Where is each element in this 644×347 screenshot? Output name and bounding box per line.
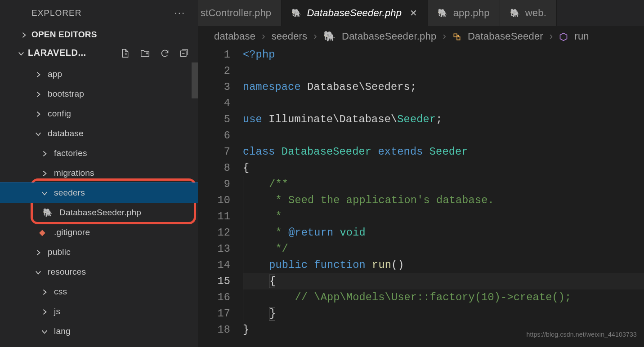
tree-item-label: DatabaseSeeder.php: [59, 208, 141, 218]
editor-tab-web-[interactable]: 🐘web.: [500, 0, 557, 26]
refresh-icon[interactable]: [160, 48, 170, 58]
breadcrumb-item[interactable]: run: [574, 31, 589, 42]
breadcrumb-item[interactable]: database: [214, 31, 255, 42]
tree-folder-seeders[interactable]: seeders: [0, 183, 198, 203]
explorer-sidebar: EXPLORER ··· OPEN EDITORS LARAVELD...: [0, 0, 198, 347]
breadcrumb-separator-icon: ›: [550, 31, 553, 42]
tab-label: DatabaseSeeder.php: [307, 7, 402, 19]
line-number: 16: [198, 289, 230, 306]
tree-item-label: factories: [54, 148, 87, 158]
chevron-right-icon: [41, 307, 48, 316]
line-number: 4: [198, 95, 230, 111]
php-icon: 🐘: [291, 8, 301, 18]
chevron-down-icon: [18, 48, 24, 58]
code-line[interactable]: */: [243, 241, 644, 257]
breadcrumb-item[interactable]: seeders: [272, 31, 308, 42]
line-number: 14: [198, 257, 230, 273]
tree-item-label: seeders: [54, 188, 85, 198]
tree-file-.gitignore[interactable]: ◆.gitignore: [0, 222, 198, 242]
editor-area: stController.php🐘DatabaseSeeder.php✕🐘app…: [198, 0, 644, 347]
line-number: 2: [198, 63, 230, 79]
new-file-icon[interactable]: [121, 48, 130, 58]
tree-folder-public[interactable]: public: [0, 242, 198, 262]
line-number: 11: [198, 209, 230, 225]
chevron-right-icon: [41, 287, 48, 297]
close-icon[interactable]: ✕: [410, 8, 417, 18]
editor-tab-app-php[interactable]: 🐘app.php: [428, 0, 500, 26]
tree-file-DatabaseSeeder.php[interactable]: 🐘DatabaseSeeder.php: [0, 203, 198, 222]
code-content[interactable]: <?php namespace Database\Seeders; use Il…: [243, 47, 644, 347]
code-line[interactable]: {: [243, 160, 644, 176]
tree-folder-resources[interactable]: resources: [0, 262, 198, 282]
tree-folder-lang[interactable]: lang: [0, 321, 198, 341]
code-line[interactable]: // \App\Models\User::factory(10)->create…: [243, 289, 644, 306]
line-number-gutter: 123456789101112131415161718: [198, 47, 243, 347]
tree-item-label: .gitignore: [54, 227, 90, 237]
tree-folder-config[interactable]: config: [0, 104, 198, 124]
chevron-down-icon: [41, 188, 48, 198]
breadcrumb-separator-icon: ›: [313, 31, 317, 42]
code-area[interactable]: 123456789101112131415161718 <?php namesp…: [198, 47, 644, 347]
code-line[interactable]: use Illuminate\Database\Seeder;: [243, 111, 644, 128]
code-line[interactable]: *: [243, 209, 644, 225]
breadcrumb-item[interactable]: DatabaseSeeder: [468, 31, 543, 42]
line-number: 8: [198, 160, 230, 176]
code-line[interactable]: [243, 95, 644, 111]
line-number: 6: [198, 128, 230, 144]
breadcrumbs[interactable]: database›seeders›🐘DatabaseSeeder.php›Dat…: [198, 26, 644, 47]
workspace-name: LARAVELD...: [28, 48, 86, 58]
code-line[interactable]: [243, 63, 644, 79]
tree-folder-app[interactable]: app: [0, 64, 198, 84]
explorer-header: EXPLORER ···: [0, 0, 198, 26]
code-line[interactable]: * @return void: [243, 225, 644, 241]
code-line[interactable]: /**: [243, 176, 644, 192]
explorer-more-icon[interactable]: ···: [174, 7, 185, 19]
chevron-down-icon: [41, 326, 48, 336]
code-line[interactable]: <?php: [243, 47, 644, 63]
code-line[interactable]: {: [243, 273, 644, 289]
line-number: 17: [198, 306, 230, 322]
tree-folder-database[interactable]: database: [0, 124, 198, 143]
chevron-down-icon: [35, 129, 41, 138]
php-icon: 🐘: [43, 208, 53, 217]
code-line[interactable]: * Seed the application's database.: [243, 192, 644, 209]
tree-item-label: migrations: [54, 168, 94, 178]
tree-folder-migrations[interactable]: migrations: [0, 163, 198, 183]
breadcrumb-separator-icon: ›: [262, 31, 265, 42]
tree-folder-css[interactable]: css: [0, 282, 198, 302]
chevron-right-icon: [35, 89, 41, 99]
tree-item-label: lang: [54, 326, 71, 336]
line-number: 1: [198, 47, 230, 63]
line-number: 12: [198, 225, 230, 241]
file-tree: appbootstrapconfigdatabasefactoriesmigra…: [0, 62, 198, 347]
code-line[interactable]: class DatabaseSeeder extends Seeder: [243, 144, 644, 160]
tree-folder-factories[interactable]: factories: [0, 143, 198, 163]
workspace-folder-header[interactable]: LARAVELD...: [0, 43, 198, 62]
open-editors-section[interactable]: OPEN EDITORS: [0, 26, 198, 43]
line-number: 13: [198, 241, 230, 257]
svg-rect-2: [457, 37, 460, 40]
tree-item-label: bootstrap: [48, 89, 84, 99]
tree-folder-bootstrap[interactable]: bootstrap: [0, 84, 198, 104]
editor-tab-stController-php[interactable]: stController.php: [198, 0, 282, 26]
tree-item-label: css: [54, 287, 67, 297]
code-line[interactable]: [243, 128, 644, 144]
code-line[interactable]: public function run(): [243, 257, 644, 273]
tab-label: web.: [525, 7, 546, 19]
method-icon: [559, 31, 568, 42]
collapse-all-icon[interactable]: [179, 48, 189, 58]
tree-item-label: database: [48, 129, 84, 138]
chevron-right-icon: [41, 168, 48, 178]
code-line[interactable]: }: [243, 306, 644, 322]
editor-tab-DatabaseSeeder-php[interactable]: 🐘DatabaseSeeder.php✕: [282, 0, 428, 26]
tree-item-label: public: [48, 247, 71, 257]
line-number: 7: [198, 144, 230, 160]
tree-folder-js[interactable]: js: [0, 302, 198, 321]
code-line[interactable]: namespace Database\Seeders;: [243, 79, 644, 95]
watermark-text: https://blog.csdn.net/weixin_44103733: [526, 326, 637, 343]
breadcrumb-item[interactable]: DatabaseSeeder.php: [342, 31, 436, 42]
new-folder-icon[interactable]: [140, 48, 150, 58]
php-icon: 🐘: [438, 8, 447, 18]
editor-tabs: stController.php🐘DatabaseSeeder.php✕🐘app…: [198, 0, 644, 26]
workspace-actions: [121, 48, 189, 58]
